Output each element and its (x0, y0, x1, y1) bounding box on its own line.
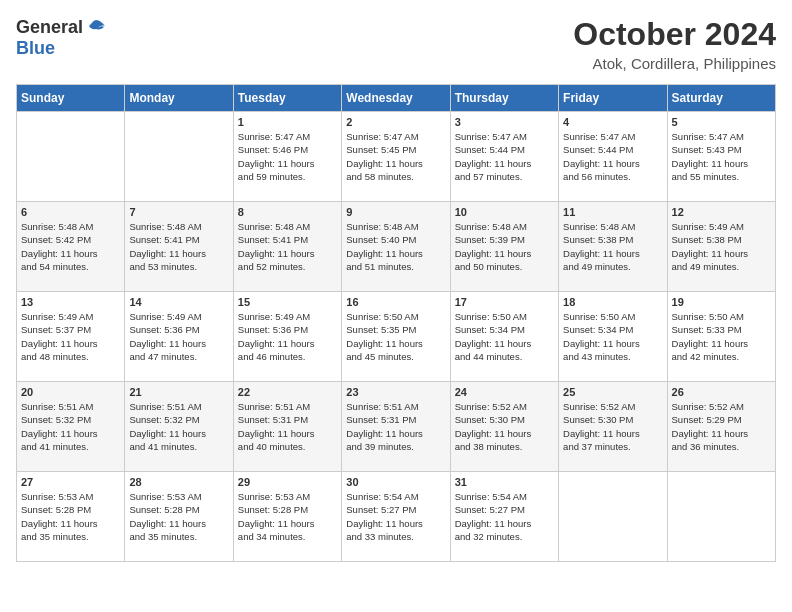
calendar-cell: 2Sunrise: 5:47 AM Sunset: 5:45 PM Daylig… (342, 112, 450, 202)
weekday-header-row: SundayMondayTuesdayWednesdayThursdayFrid… (17, 85, 776, 112)
day-info: Sunrise: 5:47 AM Sunset: 5:44 PM Dayligh… (563, 130, 662, 183)
day-info: Sunrise: 5:51 AM Sunset: 5:32 PM Dayligh… (21, 400, 120, 453)
day-number: 29 (238, 476, 337, 488)
calendar-cell: 16Sunrise: 5:50 AM Sunset: 5:35 PM Dayli… (342, 292, 450, 382)
calendar-cell: 1Sunrise: 5:47 AM Sunset: 5:46 PM Daylig… (233, 112, 341, 202)
weekday-header-tuesday: Tuesday (233, 85, 341, 112)
day-info: Sunrise: 5:51 AM Sunset: 5:31 PM Dayligh… (346, 400, 445, 453)
calendar-cell: 4Sunrise: 5:47 AM Sunset: 5:44 PM Daylig… (559, 112, 667, 202)
calendar-cell: 24Sunrise: 5:52 AM Sunset: 5:30 PM Dayli… (450, 382, 558, 472)
logo-blue: Blue (16, 38, 55, 59)
day-info: Sunrise: 5:51 AM Sunset: 5:31 PM Dayligh… (238, 400, 337, 453)
day-number: 31 (455, 476, 554, 488)
calendar-cell: 21Sunrise: 5:51 AM Sunset: 5:32 PM Dayli… (125, 382, 233, 472)
calendar-cell: 14Sunrise: 5:49 AM Sunset: 5:36 PM Dayli… (125, 292, 233, 382)
day-number: 4 (563, 116, 662, 128)
logo-bird-icon (85, 16, 107, 38)
calendar-cell (667, 472, 775, 562)
day-number: 27 (21, 476, 120, 488)
day-number: 25 (563, 386, 662, 398)
calendar-week-1: 1Sunrise: 5:47 AM Sunset: 5:46 PM Daylig… (17, 112, 776, 202)
day-info: Sunrise: 5:48 AM Sunset: 5:40 PM Dayligh… (346, 220, 445, 273)
calendar-cell: 30Sunrise: 5:54 AM Sunset: 5:27 PM Dayli… (342, 472, 450, 562)
day-info: Sunrise: 5:48 AM Sunset: 5:41 PM Dayligh… (238, 220, 337, 273)
day-info: Sunrise: 5:50 AM Sunset: 5:33 PM Dayligh… (672, 310, 771, 363)
calendar-cell: 26Sunrise: 5:52 AM Sunset: 5:29 PM Dayli… (667, 382, 775, 472)
day-info: Sunrise: 5:47 AM Sunset: 5:46 PM Dayligh… (238, 130, 337, 183)
day-number: 3 (455, 116, 554, 128)
day-number: 11 (563, 206, 662, 218)
day-number: 5 (672, 116, 771, 128)
day-number: 23 (346, 386, 445, 398)
calendar-cell: 25Sunrise: 5:52 AM Sunset: 5:30 PM Dayli… (559, 382, 667, 472)
day-number: 24 (455, 386, 554, 398)
month-title: October 2024 (573, 16, 776, 53)
day-info: Sunrise: 5:48 AM Sunset: 5:42 PM Dayligh… (21, 220, 120, 273)
calendar-week-2: 6Sunrise: 5:48 AM Sunset: 5:42 PM Daylig… (17, 202, 776, 292)
weekday-header-sunday: Sunday (17, 85, 125, 112)
logo: General Blue (16, 16, 107, 59)
day-info: Sunrise: 5:53 AM Sunset: 5:28 PM Dayligh… (21, 490, 120, 543)
day-number: 6 (21, 206, 120, 218)
day-number: 2 (346, 116, 445, 128)
day-info: Sunrise: 5:51 AM Sunset: 5:32 PM Dayligh… (129, 400, 228, 453)
day-number: 19 (672, 296, 771, 308)
day-info: Sunrise: 5:48 AM Sunset: 5:41 PM Dayligh… (129, 220, 228, 273)
calendar-body: 1Sunrise: 5:47 AM Sunset: 5:46 PM Daylig… (17, 112, 776, 562)
day-info: Sunrise: 5:49 AM Sunset: 5:36 PM Dayligh… (238, 310, 337, 363)
calendar-cell: 13Sunrise: 5:49 AM Sunset: 5:37 PM Dayli… (17, 292, 125, 382)
day-number: 17 (455, 296, 554, 308)
calendar-cell: 31Sunrise: 5:54 AM Sunset: 5:27 PM Dayli… (450, 472, 558, 562)
calendar-cell: 15Sunrise: 5:49 AM Sunset: 5:36 PM Dayli… (233, 292, 341, 382)
day-info: Sunrise: 5:53 AM Sunset: 5:28 PM Dayligh… (129, 490, 228, 543)
weekday-header-saturday: Saturday (667, 85, 775, 112)
day-number: 15 (238, 296, 337, 308)
calendar-cell: 29Sunrise: 5:53 AM Sunset: 5:28 PM Dayli… (233, 472, 341, 562)
day-info: Sunrise: 5:50 AM Sunset: 5:35 PM Dayligh… (346, 310, 445, 363)
day-number: 16 (346, 296, 445, 308)
day-number: 9 (346, 206, 445, 218)
calendar-cell: 27Sunrise: 5:53 AM Sunset: 5:28 PM Dayli… (17, 472, 125, 562)
weekday-header-friday: Friday (559, 85, 667, 112)
day-number: 22 (238, 386, 337, 398)
calendar-week-4: 20Sunrise: 5:51 AM Sunset: 5:32 PM Dayli… (17, 382, 776, 472)
calendar-cell: 23Sunrise: 5:51 AM Sunset: 5:31 PM Dayli… (342, 382, 450, 472)
day-info: Sunrise: 5:49 AM Sunset: 5:36 PM Dayligh… (129, 310, 228, 363)
day-number: 28 (129, 476, 228, 488)
calendar-cell (559, 472, 667, 562)
day-info: Sunrise: 5:54 AM Sunset: 5:27 PM Dayligh… (346, 490, 445, 543)
day-info: Sunrise: 5:52 AM Sunset: 5:30 PM Dayligh… (455, 400, 554, 453)
calendar-cell: 9Sunrise: 5:48 AM Sunset: 5:40 PM Daylig… (342, 202, 450, 292)
day-info: Sunrise: 5:49 AM Sunset: 5:37 PM Dayligh… (21, 310, 120, 363)
calendar-cell: 6Sunrise: 5:48 AM Sunset: 5:42 PM Daylig… (17, 202, 125, 292)
calendar-cell: 3Sunrise: 5:47 AM Sunset: 5:44 PM Daylig… (450, 112, 558, 202)
day-number: 8 (238, 206, 337, 218)
weekday-header-monday: Monday (125, 85, 233, 112)
day-number: 13 (21, 296, 120, 308)
calendar-cell: 10Sunrise: 5:48 AM Sunset: 5:39 PM Dayli… (450, 202, 558, 292)
day-info: Sunrise: 5:52 AM Sunset: 5:30 PM Dayligh… (563, 400, 662, 453)
day-number: 1 (238, 116, 337, 128)
day-info: Sunrise: 5:47 AM Sunset: 5:45 PM Dayligh… (346, 130, 445, 183)
calendar-cell: 7Sunrise: 5:48 AM Sunset: 5:41 PM Daylig… (125, 202, 233, 292)
day-info: Sunrise: 5:49 AM Sunset: 5:38 PM Dayligh… (672, 220, 771, 273)
calendar-table: SundayMondayTuesdayWednesdayThursdayFrid… (16, 84, 776, 562)
day-number: 30 (346, 476, 445, 488)
day-number: 10 (455, 206, 554, 218)
calendar-cell: 11Sunrise: 5:48 AM Sunset: 5:38 PM Dayli… (559, 202, 667, 292)
day-info: Sunrise: 5:54 AM Sunset: 5:27 PM Dayligh… (455, 490, 554, 543)
day-info: Sunrise: 5:50 AM Sunset: 5:34 PM Dayligh… (455, 310, 554, 363)
day-info: Sunrise: 5:47 AM Sunset: 5:43 PM Dayligh… (672, 130, 771, 183)
calendar-cell: 18Sunrise: 5:50 AM Sunset: 5:34 PM Dayli… (559, 292, 667, 382)
calendar-cell: 28Sunrise: 5:53 AM Sunset: 5:28 PM Dayli… (125, 472, 233, 562)
weekday-header-thursday: Thursday (450, 85, 558, 112)
calendar-week-5: 27Sunrise: 5:53 AM Sunset: 5:28 PM Dayli… (17, 472, 776, 562)
day-info: Sunrise: 5:47 AM Sunset: 5:44 PM Dayligh… (455, 130, 554, 183)
title-area: October 2024 Atok, Cordillera, Philippin… (573, 16, 776, 72)
calendar-cell (17, 112, 125, 202)
day-number: 21 (129, 386, 228, 398)
day-number: 7 (129, 206, 228, 218)
day-info: Sunrise: 5:52 AM Sunset: 5:29 PM Dayligh… (672, 400, 771, 453)
calendar-cell: 8Sunrise: 5:48 AM Sunset: 5:41 PM Daylig… (233, 202, 341, 292)
day-number: 20 (21, 386, 120, 398)
